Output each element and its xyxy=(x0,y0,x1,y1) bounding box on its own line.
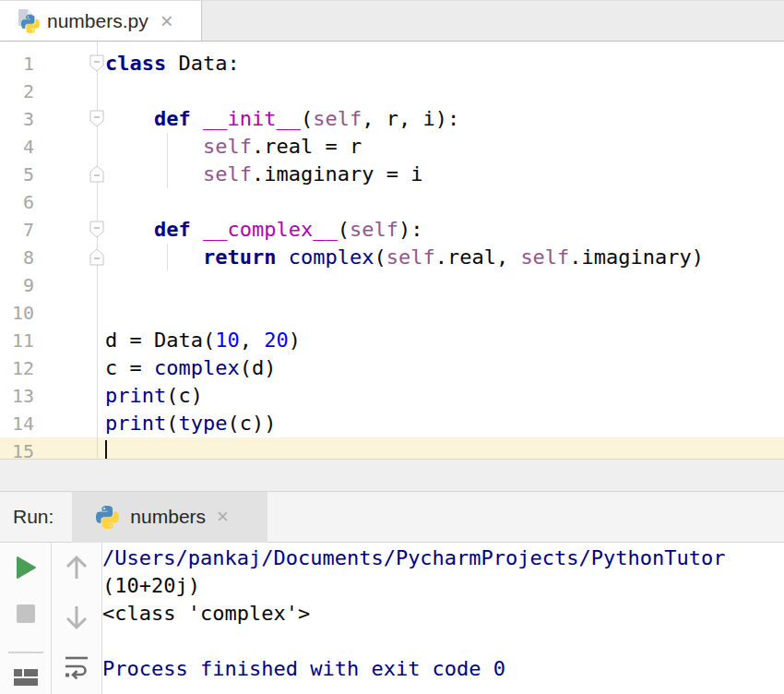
line-number: 10 xyxy=(0,299,34,327)
line-number: 12 xyxy=(0,354,34,382)
down-arrow-icon[interactable] xyxy=(64,604,89,635)
up-arrow-icon[interactable] xyxy=(64,554,89,585)
fold-marker-icon[interactable] xyxy=(89,221,104,238)
code-text: d = Data(10, 20) xyxy=(105,327,301,354)
code-text: return complex(self.real, self.imaginary… xyxy=(105,244,704,271)
code-lines: 1class Data:23 def __init__(self, r, i):… xyxy=(0,50,784,459)
code-text: class Data: xyxy=(105,50,240,78)
restore-layout-icon[interactable] xyxy=(13,668,39,690)
console-line: (10+20j) xyxy=(102,572,784,600)
console-line: /Users/pankaj/Documents/PycharmProjects/… xyxy=(102,544,784,572)
tab-close-icon[interactable]: × xyxy=(160,10,173,32)
tab-title: numbers.py xyxy=(47,10,148,32)
run-tab-close-icon[interactable]: × xyxy=(217,507,229,527)
line-number: 1 xyxy=(0,50,34,78)
toolbar-divider xyxy=(8,652,43,653)
code-line[interactable]: 11d = Data(10, 20) xyxy=(0,327,784,354)
code-line[interactable]: 3 def __init__(self, r, i): xyxy=(0,105,784,133)
indent-guide xyxy=(167,133,168,161)
code-text: self.real = r xyxy=(105,133,362,161)
line-number: 7 xyxy=(0,216,34,244)
code-line[interactable]: 1class Data: xyxy=(0,50,784,78)
ide-window: numbers.py × 1class Data:23 def __init__… xyxy=(0,0,784,694)
console-line: <class 'complex'> xyxy=(102,600,784,628)
tab-bar-empty-area xyxy=(201,1,784,41)
text-caret xyxy=(105,440,107,459)
run-toolbar-main xyxy=(0,543,52,694)
run-icon[interactable] xyxy=(15,556,37,583)
stop-icon[interactable] xyxy=(16,604,36,628)
code-line[interactable]: 6 xyxy=(0,188,784,216)
code-line[interactable]: 2 xyxy=(0,78,784,105)
code-text: c = complex(d) xyxy=(105,354,276,382)
fold-marker-icon[interactable] xyxy=(89,248,104,266)
editor-tab-bar: numbers.py × xyxy=(0,0,784,42)
tab-numbers-py[interactable]: numbers.py × xyxy=(0,1,201,41)
run-tab-title: numbers xyxy=(130,506,206,528)
run-tab-numbers[interactable]: numbers × xyxy=(72,492,267,543)
code-line[interactable]: 9 xyxy=(0,271,784,299)
soft-wrap-icon[interactable] xyxy=(64,655,89,684)
code-line[interactable]: 14print(type(c)) xyxy=(0,410,784,437)
code-editor[interactable]: 1class Data:23 def __init__(self, r, i):… xyxy=(0,42,784,459)
line-number: 9 xyxy=(0,271,34,299)
code-line[interactable]: 12c = complex(d) xyxy=(0,354,784,382)
code-line[interactable]: 13print(c) xyxy=(0,382,784,410)
code-line[interactable]: 5 self.imaginary = i xyxy=(0,161,784,188)
run-toolbar-secondary xyxy=(52,543,102,694)
fold-marker-icon[interactable] xyxy=(89,165,104,183)
line-number: 4 xyxy=(0,133,34,161)
fold-marker-icon[interactable] xyxy=(89,54,104,72)
run-label: Run: xyxy=(13,506,53,528)
line-number: 5 xyxy=(0,161,34,188)
code-line[interactable]: 10 xyxy=(0,299,784,327)
panel-splitter[interactable] xyxy=(0,459,784,492)
code-text: print(type(c)) xyxy=(105,410,276,437)
python-icon xyxy=(96,506,119,529)
code-line[interactable]: 4 self.real = r xyxy=(0,133,784,161)
line-number: 6 xyxy=(0,188,34,216)
console-output[interactable]: /Users/pankaj/Documents/PycharmProjects/… xyxy=(102,544,784,694)
line-number: 13 xyxy=(0,382,34,410)
indent-guide xyxy=(167,161,168,188)
line-number: 15 xyxy=(0,437,34,459)
code-line[interactable]: 7 def __complex__(self): xyxy=(0,216,784,244)
line-number: 11 xyxy=(0,327,34,354)
code-text: self.imaginary = i xyxy=(105,161,422,188)
indent-guide xyxy=(167,244,168,271)
code-text: def __init__(self, r, i): xyxy=(105,105,459,133)
run-console: /Users/pankaj/Documents/PycharmProjects/… xyxy=(0,543,784,694)
console-line: Process finished with exit code 0 xyxy=(102,655,784,683)
run-panel-header: Run: numbers × xyxy=(0,492,784,543)
code-line[interactable]: 8 return complex(self.real, self.imagina… xyxy=(0,244,784,271)
python-file-icon xyxy=(15,8,40,33)
line-number: 14 xyxy=(0,410,34,437)
line-number: 2 xyxy=(0,78,34,105)
fold-marker-icon[interactable] xyxy=(89,110,104,127)
line-number: 8 xyxy=(0,244,34,271)
code-text: print(c) xyxy=(105,382,203,410)
code-line[interactable]: 15 xyxy=(0,437,784,459)
code-text: def __complex__(self): xyxy=(105,216,422,244)
line-number: 3 xyxy=(0,105,34,133)
console-line xyxy=(102,628,784,655)
